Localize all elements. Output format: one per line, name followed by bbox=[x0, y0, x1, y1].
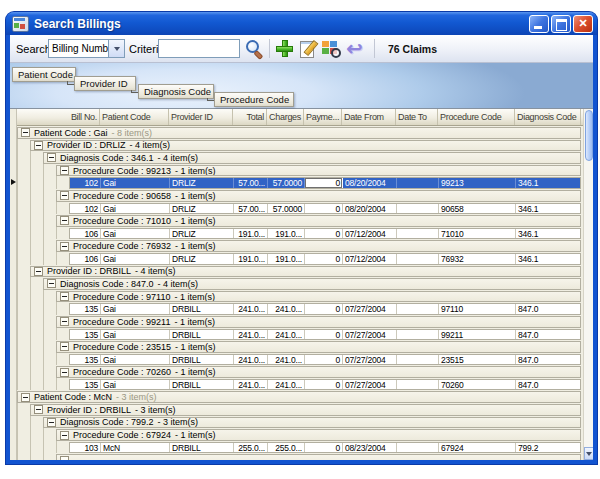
grid-cell[interactable]: Gai bbox=[101, 229, 170, 239]
grid-cell[interactable]: 241.0... bbox=[268, 330, 305, 340]
group-row[interactable]: Diagnosis Code : 847.0- 4 item(s) bbox=[17, 277, 583, 290]
grid-cell[interactable]: 241.0... bbox=[268, 380, 305, 390]
table-row[interactable]: 135GaiDRBILL241.0...241.0...007/27/20049… bbox=[17, 328, 583, 341]
group-row[interactable] bbox=[17, 453, 583, 460]
grid-cell[interactable]: 07/27/2004 bbox=[343, 380, 397, 390]
data-row[interactable]: 103McNDRBILL255.0...255.0...008/23/20046… bbox=[69, 442, 581, 454]
collapse-icon[interactable] bbox=[60, 191, 69, 200]
collapse-icon[interactable] bbox=[47, 153, 56, 162]
group-row[interactable]: Procedure Code : 70260- 1 item(s) bbox=[17, 365, 583, 378]
grid-cell[interactable]: 255.0... bbox=[268, 443, 305, 453]
collapse-icon[interactable] bbox=[34, 405, 43, 414]
grid-cell[interactable]: DRBILL bbox=[170, 330, 234, 340]
table-row[interactable]: 103McNDRBILL255.0...255.0...008/23/20046… bbox=[17, 441, 583, 454]
group-row-box[interactable]: Patient Code : Gai- 8 item(s) bbox=[17, 127, 581, 139]
grid-cell[interactable]: 07/27/2004 bbox=[343, 330, 397, 340]
grid-cell[interactable]: Gai bbox=[101, 178, 170, 188]
table-row[interactable]: 106GaiDRLIZ191.0...191.0...007/12/200476… bbox=[17, 252, 583, 265]
header-cell-date-to[interactable]: Date To bbox=[396, 109, 438, 125]
grid-cell[interactable]: 102 bbox=[70, 178, 101, 188]
group-row[interactable]: Procedure Code : 23515- 1 item(s) bbox=[17, 340, 583, 353]
group-row[interactable]: Provider ID : DRBILL- 3 item(s) bbox=[17, 403, 583, 416]
grid-cell[interactable]: Gai bbox=[101, 254, 170, 264]
header-cell-total[interactable]: Total bbox=[233, 109, 267, 125]
group-row[interactable]: Procedure Code : 71010- 1 item(s) bbox=[17, 214, 583, 227]
collapse-icon[interactable] bbox=[60, 317, 69, 326]
collapse-icon[interactable] bbox=[60, 242, 69, 251]
grid-cell[interactable]: DRBILL bbox=[170, 443, 234, 453]
collapse-icon[interactable] bbox=[21, 128, 30, 137]
close-button[interactable] bbox=[573, 15, 593, 33]
header-cell-diagnosis-code[interactable]: Diagnosis Code bbox=[515, 109, 581, 125]
collapse-icon[interactable] bbox=[47, 279, 56, 288]
header-cell-bill-no[interactable]: Bill No. bbox=[17, 109, 100, 125]
grid-cell[interactable] bbox=[397, 330, 439, 340]
grid-cell[interactable]: 241.0... bbox=[234, 304, 268, 314]
grid-cell[interactable]: 191.0... bbox=[234, 229, 268, 239]
scroll-down-icon[interactable] bbox=[584, 447, 593, 460]
group-field-procedure-code[interactable]: Procedure Code bbox=[214, 92, 294, 107]
maximize-button[interactable] bbox=[551, 15, 571, 33]
grid-cell[interactable] bbox=[397, 304, 439, 314]
grid-cell[interactable]: 106 bbox=[70, 254, 101, 264]
search-by-select[interactable]: Billing Number bbox=[48, 39, 125, 58]
header-cell-procedure-code[interactable]: Procedure Code bbox=[438, 109, 515, 125]
grid-cell[interactable]: 08/20/2004 bbox=[343, 204, 397, 214]
grid-cell[interactable]: DRLIZ bbox=[170, 229, 234, 239]
grid-cell[interactable]: 57.0000 bbox=[268, 178, 305, 188]
grid-cell[interactable]: 70260 bbox=[439, 380, 516, 390]
vertical-scrollbar[interactable] bbox=[583, 109, 593, 460]
group-field-diagnosis-code[interactable]: Diagnosis Code bbox=[138, 84, 214, 99]
undo-arrow-icon[interactable] bbox=[344, 38, 365, 59]
grid-cell[interactable] bbox=[397, 229, 439, 239]
header-cell-provider-id[interactable]: Provider ID bbox=[169, 109, 233, 125]
grid-cell[interactable]: 67924 bbox=[439, 443, 516, 453]
collapse-icon[interactable] bbox=[21, 393, 30, 402]
grid-cell[interactable]: 07/27/2004 bbox=[343, 355, 397, 365]
grid-cell[interactable]: 57.0000 bbox=[268, 204, 305, 214]
group-row-box[interactable]: Provider ID : DRBILL- 4 item(s) bbox=[30, 266, 581, 278]
group-row-box[interactable]: Procedure Code : 99213- 1 item(s) bbox=[56, 165, 581, 177]
payment-editor[interactable]: 0 bbox=[305, 178, 343, 188]
grid-cell[interactable]: Gai bbox=[101, 204, 170, 214]
collapse-icon[interactable] bbox=[60, 166, 69, 175]
collapse-icon[interactable] bbox=[60, 456, 69, 460]
group-field-patient-code[interactable]: Patient Code bbox=[12, 67, 76, 82]
grid-cell[interactable]: Gai bbox=[101, 380, 170, 390]
group-row[interactable]: Provider ID : DRLIZ- 4 item(s) bbox=[17, 139, 583, 152]
table-row[interactable]: 135GaiDRBILL241.0...241.0...007/27/20049… bbox=[17, 302, 583, 315]
group-row-box[interactable]: Diagnosis Code : 346.1- 4 item(s) bbox=[43, 152, 581, 164]
grid-cell[interactable]: 99211 bbox=[439, 330, 516, 340]
data-row[interactable]: 135GaiDRBILL241.0...241.0...007/27/20049… bbox=[69, 329, 581, 341]
grid-cell[interactable] bbox=[397, 204, 439, 214]
grid-cell[interactable]: 23515 bbox=[439, 355, 516, 365]
grid-cell[interactable]: 135 bbox=[70, 304, 101, 314]
grid-cell[interactable]: 135 bbox=[70, 355, 101, 365]
grid-cell[interactable]: 191.0... bbox=[268, 229, 305, 239]
collapse-icon[interactable] bbox=[47, 418, 56, 427]
grid-cell[interactable]: 76932 bbox=[439, 254, 516, 264]
group-row[interactable]: Procedure Code : 97110- 1 item(s) bbox=[17, 290, 583, 303]
group-row-box[interactable] bbox=[56, 454, 581, 460]
group-row[interactable]: Diagnosis Code : 346.1- 4 item(s) bbox=[17, 151, 583, 164]
chevron-down-icon[interactable] bbox=[108, 40, 124, 57]
group-row-box[interactable]: Procedure Code : 90658- 1 item(s) bbox=[56, 190, 581, 202]
grid-cell[interactable]: DRLIZ bbox=[170, 204, 234, 214]
grid-cell[interactable]: 08/23/2004 bbox=[343, 443, 397, 453]
criteria-input[interactable] bbox=[158, 39, 240, 58]
group-row[interactable]: Procedure Code : 67924- 1 item(s) bbox=[17, 428, 583, 441]
group-row[interactable]: Provider ID : DRBILL- 4 item(s) bbox=[17, 265, 583, 278]
grid-cell[interactable]: Gai bbox=[101, 355, 170, 365]
grid-cell[interactable]: 07/27/2004 bbox=[343, 304, 397, 314]
group-row-box[interactable]: Provider ID : DRLIZ- 4 item(s) bbox=[30, 140, 581, 152]
grid-cell[interactable]: 0 bbox=[305, 355, 343, 365]
group-row[interactable]: Procedure Code : 90658- 1 item(s) bbox=[17, 189, 583, 202]
group-row[interactable]: Procedure Code : 99213- 1 item(s) bbox=[17, 164, 583, 177]
data-row[interactable]: 106GaiDRLIZ191.0...191.0...007/12/200471… bbox=[69, 228, 581, 240]
grid-cell[interactable]: 57.00... bbox=[234, 178, 268, 188]
table-row[interactable]: 102GaiDRLIZ57.00...57.0000008/20/2004906… bbox=[17, 202, 583, 215]
grid-cell[interactable]: 0 bbox=[305, 254, 343, 264]
grid-cell[interactable]: 135 bbox=[70, 380, 101, 390]
group-row-box[interactable]: Procedure Code : 67924- 1 item(s) bbox=[56, 429, 581, 441]
grid-cell[interactable] bbox=[397, 380, 439, 390]
